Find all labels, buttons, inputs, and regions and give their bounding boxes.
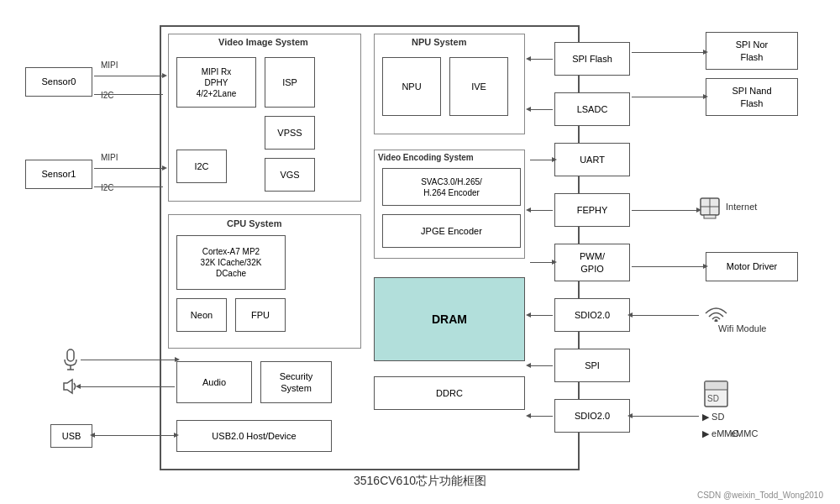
sensor0-label: Sensor0 [42, 76, 76, 87]
sd-arrow [632, 416, 699, 417]
dram-box: DRAM [374, 277, 525, 361]
video-image-title: Video Image System [218, 37, 308, 47]
vgs-box: VGS [265, 158, 315, 192]
sensor1-box: Sensor1 [25, 160, 92, 189]
subtitle-text: CSDN @weixin_Todd_Wong2010 [697, 491, 823, 500]
internet-label: Internet [726, 202, 757, 212]
sensor1-mipi-arrow [94, 168, 163, 169]
usb-arrow [94, 435, 175, 436]
svg-text:SD: SD [707, 394, 719, 403]
npu-system-title: NPU System [412, 37, 466, 47]
i2c0-label: I2C [101, 91, 114, 100]
audio-box: Audio [176, 361, 252, 403]
ive-box: IVE [449, 57, 508, 116]
fephy-box: FEPHY [554, 193, 630, 227]
uart-arrow [530, 160, 553, 160]
i2c1-label: I2C [101, 183, 114, 192]
speaker-arrow [80, 386, 175, 387]
sensor0-box: Sensor0 [25, 67, 92, 97]
sd-icon: SD [701, 376, 731, 411]
svg-point-8 [715, 319, 718, 322]
wifi-arrow [632, 315, 699, 316]
emmc-bullet: ▶ eMMC [702, 428, 738, 439]
sensor0-i2c-arrow-line [94, 94, 163, 95]
npu-box: NPU [382, 57, 441, 116]
cpu-system-title: CPU System [227, 218, 281, 228]
sensor1-i2c-arrow [94, 186, 163, 187]
motor-driver-box: Motor Driver [706, 252, 798, 281]
spi-right-arrow [530, 365, 553, 366]
neon-box: Neon [176, 298, 227, 332]
spi-flash-box: SPI Flash [554, 42, 630, 76]
pwm-gpio-box: PWM/GPIO [554, 244, 630, 281]
internet-arrow [632, 210, 697, 211]
uart-box: UART [554, 143, 630, 176]
title-text: 3516CV610芯片功能框图 [354, 474, 486, 487]
footer-subtitle: CSDN @weixin_Todd_Wong2010 [697, 491, 823, 500]
nor-flash-arrow [632, 52, 704, 53]
mic-arrow [81, 360, 176, 360]
wifi-label: Wifi Module [718, 323, 766, 333]
sensor0-mipi-arrow [94, 76, 163, 76]
wifi-icon [701, 301, 731, 324]
svg-rect-5 [704, 215, 716, 218]
fephy-arrow [530, 210, 553, 211]
diagram: Sensor0 Sensor1 MIPI I2C MIPI I2C Video … [0, 0, 840, 504]
spi-flash-arrow [530, 59, 553, 60]
ddrc-box: DDRC [374, 376, 525, 410]
usb-external-box: USB [50, 424, 92, 448]
footer-title: 3516CV610芯片功能框图 [0, 474, 840, 489]
isp-box: ISP [265, 57, 315, 108]
nor-flash-box: SPI NorFlash [706, 32, 798, 70]
lsadc-box: LSADC [554, 92, 630, 126]
pwm-arrow [530, 262, 553, 263]
security-box: SecuritySystem [260, 361, 332, 403]
sdio-bottom-arrow [530, 416, 553, 417]
motor-driver-arrow [632, 266, 704, 267]
mipi0-label: MIPI [101, 60, 118, 70]
sdio20-top-box: SDIO2.0 [554, 298, 630, 332]
nand-flash-arrow [632, 97, 704, 97]
nand-flash-box: SPI NandFlash [706, 78, 798, 116]
lsadc-arrow [530, 109, 553, 110]
video-encoding-title: Video Encoding System [378, 153, 474, 162]
sdio-top-arrow [530, 315, 553, 316]
sensor1-label: Sensor1 [42, 168, 76, 180]
spi-box: SPI [554, 349, 630, 382]
mipi-rx-box: MIPI RxDPHY4/2+2Lane [176, 57, 256, 108]
svg-rect-0 [67, 349, 74, 361]
sdio20-bottom-box: SDIO2.0 [554, 399, 630, 433]
jpge-encoder-box: JPGE Encoder [382, 214, 521, 248]
i2c-inner-box: I2C [176, 150, 227, 183]
usb-internal-box: USB2.0 Host/Device [176, 420, 332, 452]
mic-icon [63, 349, 78, 373]
mipi1-label: MIPI [101, 153, 118, 162]
cortex-box: Cortex-A7 MP232K ICache/32KDCache [176, 235, 286, 290]
fpu-box: FPU [235, 298, 286, 332]
svg-marker-3 [64, 380, 72, 393]
svg-rect-10 [705, 381, 727, 390]
sd-bullet: ▶ SD [702, 412, 724, 423]
svac-encoder-box: SVAC3.0/H.265/H.264 Encoder [382, 168, 521, 206]
vpss-box: VPSS [265, 116, 315, 150]
